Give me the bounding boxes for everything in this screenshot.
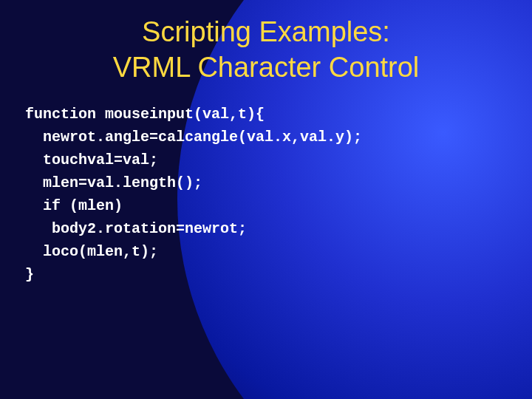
code-line: if (mlen) <box>25 197 123 214</box>
code-line: } <box>25 266 34 283</box>
title-line-1: Scripting Examples: <box>142 16 390 47</box>
code-line: body2.rotation=newrot; <box>25 220 247 237</box>
title-line-2: VRML Character Control <box>113 52 420 83</box>
slide-content: Scripting Examples: VRML Character Contr… <box>0 0 532 301</box>
code-line: function mouseinput(val,t){ <box>25 106 265 123</box>
code-line: touchval=val; <box>25 151 158 168</box>
code-block: function mouseinput(val,t){ newrot.angle… <box>22 103 510 286</box>
code-line: mlen=val.length(); <box>25 174 202 191</box>
code-line: loco(mlen,t); <box>25 243 158 260</box>
slide-title: Scripting Examples: VRML Character Contr… <box>22 15 510 85</box>
code-line: newrot.angle=calcangle(val.x,val.y); <box>25 129 362 146</box>
